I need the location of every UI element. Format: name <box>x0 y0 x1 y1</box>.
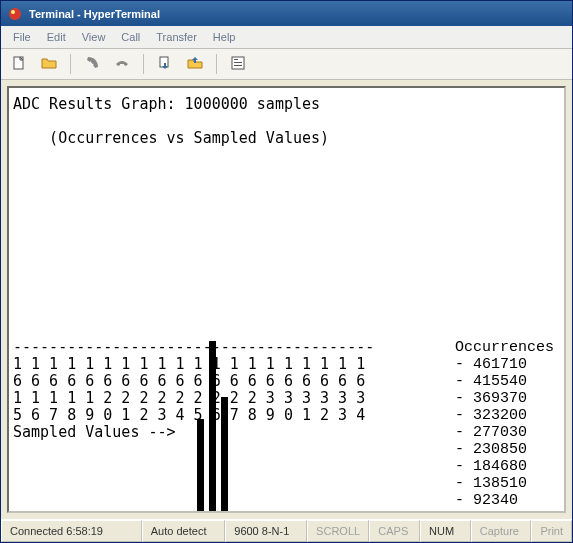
legend-header: Occurrences <box>455 339 554 356</box>
svg-point-1 <box>11 10 15 14</box>
menu-transfer[interactable]: Transfer <box>148 29 205 45</box>
toolbar-separator <box>216 54 217 74</box>
legend-tick: 277030 <box>455 424 554 441</box>
send-button[interactable] <box>153 52 177 76</box>
receive-button[interactable] <box>183 52 207 76</box>
menu-call[interactable]: Call <box>113 29 148 45</box>
disconnect-button[interactable] <box>110 52 134 76</box>
chart-bars <box>197 339 233 513</box>
titlebar[interactable]: Terminal - HyperTerminal <box>1 1 572 26</box>
term-subtitle: (Occurrences vs Sampled Values) <box>13 130 560 147</box>
phone-icon <box>84 55 100 73</box>
status-num: NUM <box>420 520 471 542</box>
toolbar-separator <box>70 54 71 74</box>
legend-tick: 184680 <box>455 458 554 475</box>
client-area: ADC Results Graph: 1000000 samples (Occu… <box>1 80 572 519</box>
status-print: Print <box>531 520 572 542</box>
new-button[interactable] <box>7 52 31 76</box>
menu-view[interactable]: View <box>74 29 114 45</box>
status-scroll: SCROLL <box>307 520 369 542</box>
toolbar <box>1 49 572 80</box>
folder-open-icon <box>41 55 57 73</box>
chart-bar <box>197 419 204 513</box>
window-title: Terminal - HyperTerminal <box>29 8 160 20</box>
toolbar-separator <box>143 54 144 74</box>
call-button[interactable] <box>80 52 104 76</box>
app-icon <box>7 6 23 22</box>
properties-button[interactable] <box>226 52 250 76</box>
status-capture: Capture <box>471 520 532 542</box>
svg-rect-7 <box>234 65 242 66</box>
properties-icon <box>230 55 246 73</box>
menu-edit[interactable]: Edit <box>39 29 74 45</box>
new-file-icon <box>11 55 27 73</box>
status-caps: CAPS <box>369 520 420 542</box>
status-connected: Connected 6:58:19 <box>1 520 142 542</box>
open-button[interactable] <box>37 52 61 76</box>
legend-tick: 92340 <box>455 492 554 509</box>
term-title: ADC Results Graph: 1000000 samples <box>13 96 560 113</box>
legend-tick: 415540 <box>455 373 554 390</box>
legend-tick: 323200 <box>455 407 554 424</box>
legend-tick: 230850 <box>455 441 554 458</box>
statusbar: Connected 6:58:19 Auto detect 9600 8-N-1… <box>1 519 572 542</box>
chart-area: Occurrences 461710 415540 369370 323200 … <box>13 339 560 441</box>
svg-rect-5 <box>234 59 238 60</box>
send-file-icon <box>157 55 173 73</box>
chart-bar <box>221 397 228 513</box>
status-detect: Auto detect <box>142 520 225 542</box>
status-port: 9600 8-N-1 <box>225 520 307 542</box>
terminal-output[interactable]: ADC Results Graph: 1000000 samples (Occu… <box>7 86 566 513</box>
legend-tick: 461710 <box>455 356 554 373</box>
svg-rect-6 <box>234 62 242 63</box>
chart-bar <box>209 341 216 513</box>
legend-tick: 46170 <box>455 509 554 513</box>
term-blank <box>13 113 560 130</box>
receive-file-icon <box>187 55 203 73</box>
menubar: File Edit View Call Transfer Help <box>1 26 572 49</box>
menu-help[interactable]: Help <box>205 29 244 45</box>
chart-legend: Occurrences 461710 415540 369370 323200 … <box>455 339 554 513</box>
legend-tick: 369370 <box>455 390 554 407</box>
menu-file[interactable]: File <box>5 29 39 45</box>
phone-hangup-icon <box>114 55 130 73</box>
legend-tick: 138510 <box>455 475 554 492</box>
app-window: Terminal - HyperTerminal File Edit View … <box>0 0 573 543</box>
svg-point-0 <box>9 8 21 20</box>
